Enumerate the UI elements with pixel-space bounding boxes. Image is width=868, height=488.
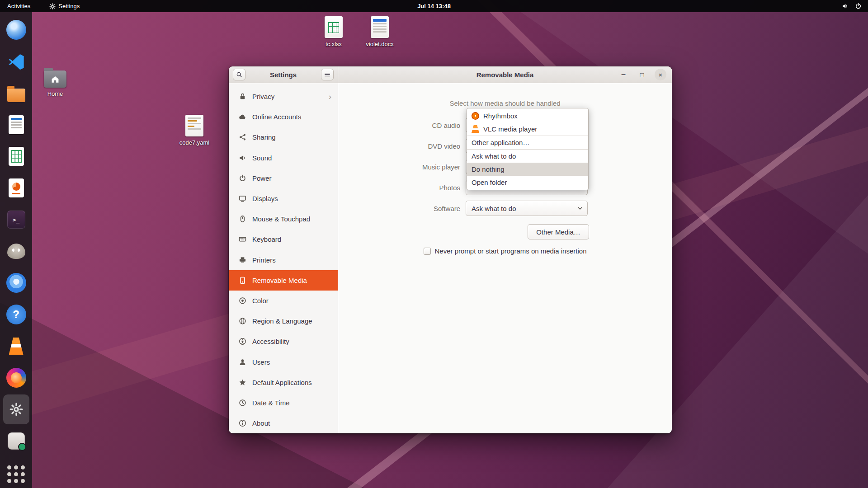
window-controls: − □ × [618,69,672,80]
chevron-right-icon: › [329,92,331,101]
main-headerbar[interactable]: Removable Media − □ × [338,66,672,83]
sidebar-item-mouse-touchpad[interactable]: Mouse & Touchpad [229,209,338,229]
power-icon [239,174,246,182]
activities-button[interactable]: Activities [0,0,38,12]
dock-item-settings[interactable] [3,394,29,424]
menu-item-vlc[interactable]: VLC media player [467,122,588,136]
dock-item-firefox[interactable] [3,363,29,393]
power-icon [855,3,862,9]
settings-window: Settings Privacy › Online Accounts Shari… [229,66,672,433]
sidebar-item-power[interactable]: Power [229,168,338,188]
dock-item-help[interactable] [3,300,29,329]
sidebar-item-label: Sound [252,154,331,162]
settings-icon [6,399,27,420]
menu-item-ask-what-to-do[interactable]: Ask what to do [467,150,588,163]
sidebar-item-label: Privacy [252,93,323,100]
sidebar-item-label: Color [252,297,331,305]
sidebar-item-about[interactable]: About [229,413,338,433]
menu-item-other-application[interactable]: Other application… [467,136,588,149]
menu-item-open-folder[interactable]: Open folder [467,176,588,189]
info-icon [239,419,246,427]
menu-item-rhythmbox[interactable]: Rhythmbox [467,109,588,122]
sidebar-item-online-accounts[interactable]: Online Accounts [229,107,338,127]
sidebar-item-color[interactable]: Color [229,291,338,311]
dock-item-software[interactable] [3,426,29,456]
sidebar-item-users[interactable]: Users [229,352,338,372]
menu-item-label: Open folder [472,178,507,186]
primary-menu-button[interactable] [321,69,334,80]
sidebar-item-label: Online Accounts [252,113,331,121]
sidebar-item-printers[interactable]: Printers [229,250,338,270]
color-icon [239,297,246,305]
dock-item-libreoffice-impress[interactable] [3,173,29,203]
dock-item-files[interactable] [3,78,29,108]
focused-app-menu[interactable]: Settings [49,0,80,12]
sidebar-title: Settings [248,71,318,79]
sidebar-item-label: Keyboard [252,235,331,243]
dock-item-libreoffice-writer[interactable] [3,110,29,140]
sidebar-item-keyboard[interactable]: Keyboard [229,229,338,249]
globe-icon [239,317,246,325]
other-media-button[interactable]: Other Media… [528,224,589,239]
sidebar-item-label: Printers [252,256,331,264]
dock-item-vlc[interactable] [3,331,29,361]
clock-icon [239,399,246,407]
desktop-icon-tc-xlsx[interactable]: tc.xlsx [309,16,359,47]
firefox-icon [6,368,26,388]
software-combobox[interactable]: Ask what to do [466,201,588,216]
sidebar-item-default-applications[interactable]: Default Applications [229,372,338,393]
system-status-area[interactable] [842,0,868,12]
keyboard-icon [239,235,246,243]
star-icon [239,379,246,386]
desktop-icon-code7-yaml[interactable]: code7.yaml [170,115,219,146]
settings-sidebar: Settings Privacy › Online Accounts Shari… [229,66,338,433]
dock [0,12,32,488]
sidebar-headerbar: Settings [229,66,338,83]
search-button[interactable] [233,69,245,80]
rhythmbox-icon [472,112,479,120]
sidebar-item-label: Default Applications [252,379,331,386]
dock-item-terminal[interactable] [3,205,29,235]
dock-item-app-grid[interactable] [3,463,29,485]
user-icon [239,358,246,366]
sidebar-item-label: Mouse & Touchpad [252,215,331,223]
minimize-button[interactable]: − [618,69,629,80]
sidebar-item-displays[interactable]: Displays [229,188,338,209]
mouse-icon [239,215,246,223]
lock-icon [239,93,246,100]
files-icon [6,83,27,103]
vscode-icon [6,51,27,72]
dock-item-browser[interactable] [3,15,29,45]
sidebar-item-accessibility[interactable]: Accessibility [229,331,338,352]
close-button[interactable]: × [655,69,666,80]
menu-item-label: VLC media player [483,125,537,133]
document-file-icon [371,16,389,38]
software-icon [6,431,27,451]
sidebar-item-sharing[interactable]: Sharing [229,127,338,147]
dock-item-vscode[interactable] [3,47,29,76]
sidebar-item-region-language[interactable]: Region & Language [229,311,338,331]
never-prompt-checkbox[interactable] [424,248,431,255]
desktop-icon-violet-docx[interactable]: violet.docx [355,16,405,47]
dock-item-chromium[interactable] [3,268,29,298]
menu-item-do-nothing[interactable]: Do nothing [467,163,588,176]
sidebar-item-sound[interactable]: Sound [229,148,338,168]
dock-item-libreoffice-calc[interactable] [3,141,29,171]
desktop: Activities Settings Jul 14 13:48 tc.xlsx [0,0,868,488]
sidebar-item-label: Power [252,174,331,182]
sidebar-item-date-time[interactable]: Date & Time [229,393,338,413]
top-bar: Activities Settings Jul 14 13:48 [0,0,868,12]
speaker-icon [239,154,246,162]
sidebar-item-privacy[interactable]: Privacy › [229,86,338,107]
combobox-value: Ask what to do [472,205,577,212]
clock[interactable]: Jul 14 13:48 [417,0,451,12]
maximize-button[interactable]: □ [636,69,648,80]
search-icon [236,71,242,78]
menu-item-label: Do nothing [472,165,505,173]
desktop-icon-home[interactable]: Home [30,68,80,97]
sidebar-item-removable-media[interactable]: Removable Media [229,270,338,291]
dock-item-gimp[interactable] [3,236,29,266]
accessibility-icon [239,338,246,345]
sidebar-item-label: Removable Media [252,277,331,284]
libreoffice-calc-icon [6,146,27,167]
